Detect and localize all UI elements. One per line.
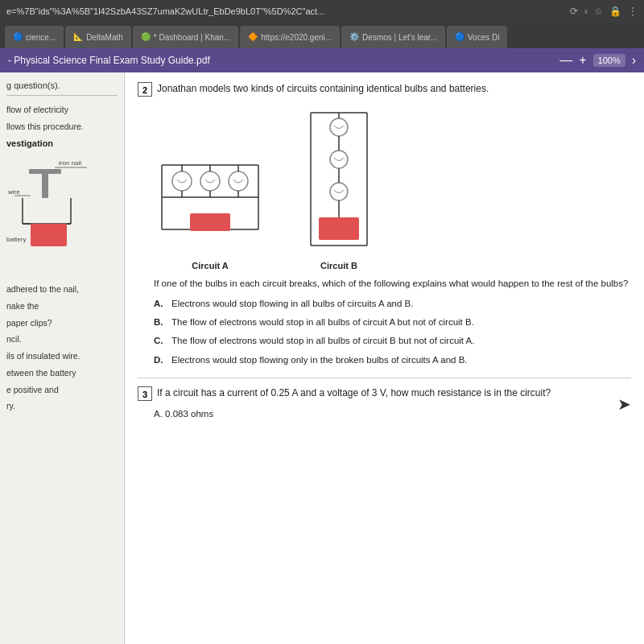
question-2-text: Jonathan models two kinds of circuits co… bbox=[157, 82, 631, 96]
pdf-toolbar: - Physical Science Final Exam Study Guid… bbox=[0, 48, 644, 72]
sidebar-bottom-2: nake the bbox=[6, 300, 118, 312]
circuit-a-diagram: Circuit A bbox=[154, 141, 266, 270]
sidebar-bottom-4: ncil. bbox=[6, 333, 118, 345]
answer-choice-d: D. Electrons would stop flowing only in … bbox=[154, 353, 631, 366]
circuit-b-svg bbox=[299, 105, 379, 258]
pdf-title: - Physical Science Final Exam Study Guid… bbox=[8, 55, 210, 66]
answer-text-c: The flow of electrons would stop in all … bbox=[171, 334, 475, 347]
svg-rect-41 bbox=[319, 217, 359, 240]
url-bar[interactable]: e=%7B"ids"%3A%5B"1l42SzbA43SZ7umaK2wULtr… bbox=[0, 0, 644, 23]
question-2-number: 2 bbox=[138, 82, 152, 97]
star-icon[interactable]: ☆ bbox=[594, 6, 603, 17]
svg-rect-10 bbox=[31, 224, 67, 246]
svg-rect-3 bbox=[42, 174, 48, 198]
answer-choices: A. Electrons would stop flowing in all b… bbox=[154, 297, 631, 365]
svg-point-38 bbox=[330, 183, 348, 200]
answer-letter-b: B. bbox=[154, 316, 171, 328]
sidebar-bottom-3: paper clips? bbox=[6, 317, 118, 329]
question-2-row: 2 Jonathan models two kinds of circuits … bbox=[138, 82, 631, 97]
url-text: e=%7B"ids"%3A%5B"1l42SzbA43SZ7umaK2wULtr… bbox=[6, 6, 565, 16]
sidebar-bottom-8: ry. bbox=[6, 400, 118, 412]
sidebar-bottom-7: e positive and bbox=[6, 384, 118, 396]
svg-point-21 bbox=[200, 171, 220, 191]
answer-letter-d: D. bbox=[154, 353, 171, 366]
answer-letter-a: A. bbox=[154, 297, 171, 310]
sidebar-follows-text: llows this procedure. bbox=[6, 121, 118, 133]
tab-desmos[interactable]: ⚙️ Desmos | Let's lear... bbox=[341, 26, 445, 48]
sidebar-investigation-heading: vestigation bbox=[6, 138, 118, 148]
tab-science[interactable]: 🔵 cience... bbox=[5, 26, 64, 48]
question-3-text: If a circuit has a current of 0.25 A and… bbox=[157, 386, 631, 400]
circuit-b-diagram: Circuit B bbox=[299, 105, 379, 270]
menu-icon[interactable]: ⋮ bbox=[628, 6, 638, 17]
circuit-a-label: Circuit A bbox=[192, 261, 228, 270]
tab-science-icon: 🔵 bbox=[13, 32, 23, 42]
sidebar-diagram: iron nail wire battery bbox=[6, 151, 111, 280]
svg-point-35 bbox=[330, 151, 348, 168]
question-3-number: 3 bbox=[138, 386, 152, 401]
sidebar-bottom-1: adhered to the nail, bbox=[6, 283, 118, 295]
lock-icon: 🔒 bbox=[609, 6, 621, 17]
circuit-b-label: Circuit B bbox=[320, 261, 357, 270]
circuits-container: Circuit A bbox=[154, 105, 631, 270]
tab-khan-label: * Dashboard | Khan... bbox=[154, 33, 230, 42]
sidebar-bottom-6: etween the battery bbox=[6, 367, 118, 379]
tab-desmos-label: Desmos | Let's lear... bbox=[362, 33, 437, 42]
tab-e2020-label: https://e2020.geni... bbox=[261, 33, 332, 42]
back-icon[interactable]: ‹ bbox=[584, 6, 588, 17]
tab-e2020-icon: 🔶 bbox=[248, 32, 258, 42]
answer-choice-b: B. The flow of electrons would stop in a… bbox=[154, 316, 631, 328]
main-content: g question(s). flow of electricity llows… bbox=[0, 72, 644, 644]
right-panel: 2 Jonathan models two kinds of circuits … bbox=[125, 72, 644, 644]
tab-voces[interactable]: 🔵 Voces Di bbox=[447, 26, 507, 48]
zoom-plus-button[interactable]: + bbox=[579, 53, 586, 68]
tab-khan-icon: 🟢 bbox=[141, 32, 151, 42]
left-sidebar: g question(s). flow of electricity llows… bbox=[0, 72, 125, 644]
tab-deltamath-icon: 📐 bbox=[73, 32, 83, 42]
answer-choice-a: A. Electrons would stop flowing in all b… bbox=[154, 297, 631, 310]
circuit-a-svg bbox=[154, 141, 266, 258]
answer-text-b: The flow of electrons would stop in all … bbox=[171, 316, 474, 328]
browser-icons: ⟳ ‹ ☆ 🔒 ⋮ bbox=[570, 6, 638, 17]
answer-3-choice-a: A. 0.083 ohms bbox=[154, 407, 631, 420]
svg-point-24 bbox=[229, 171, 248, 191]
tab-deltamath-label: DeltaMath bbox=[86, 33, 123, 42]
sidebar-question-hint: g question(s). bbox=[6, 80, 118, 96]
tab-deltamath[interactable]: 📐 DeltaMath bbox=[65, 26, 131, 48]
tab-voces-icon: 🔵 bbox=[455, 32, 464, 42]
answer-text-a: Electrons would stop flowing in all bulb… bbox=[171, 297, 413, 310]
refresh-icon[interactable]: ⟳ bbox=[570, 6, 578, 17]
tabs-bar: 🔵 cience... 📐 DeltaMath 🟢 * Dashboard | … bbox=[0, 23, 644, 48]
question-3-block: 3 If a circuit has a current of 0.25 A a… bbox=[138, 378, 631, 420]
tab-voces-label: Voces Di bbox=[468, 33, 499, 42]
svg-rect-2 bbox=[29, 169, 61, 174]
pdf-controls: — + 100% › bbox=[559, 53, 636, 68]
answer-choice-c: C. The flow of electrons would stop in a… bbox=[154, 334, 631, 347]
question-2-block: 2 Jonathan models two kinds of circuits … bbox=[138, 82, 631, 366]
if-question-text: If one of the bulbs in each circuit brea… bbox=[154, 277, 631, 291]
svg-rect-27 bbox=[190, 213, 230, 231]
svg-text:wire: wire bbox=[7, 188, 20, 196]
nav-arrow-icon[interactable]: › bbox=[632, 53, 636, 68]
tab-science-label: cience... bbox=[26, 33, 56, 42]
tab-e2020[interactable]: 🔶 https://e2020.geni... bbox=[240, 26, 340, 48]
answer-letter-c: C. bbox=[154, 334, 171, 347]
question-3-row: 3 If a circuit has a current of 0.25 A a… bbox=[138, 386, 631, 401]
tab-khan[interactable]: 🟢 * Dashboard | Khan... bbox=[133, 26, 238, 48]
sidebar-circuit-svg: iron nail wire battery bbox=[6, 151, 111, 276]
tab-desmos-icon: ⚙️ bbox=[349, 32, 359, 42]
zoom-display: 100% bbox=[593, 54, 625, 67]
svg-point-32 bbox=[330, 118, 348, 136]
svg-point-18 bbox=[172, 171, 192, 191]
sidebar-bottom-5: ils of insulated wire. bbox=[6, 350, 118, 362]
zoom-minus-button[interactable]: — bbox=[559, 53, 572, 68]
question-3-choices: A. 0.083 ohms bbox=[154, 407, 631, 420]
answer-3-text-a: A. 0.083 ohms bbox=[154, 407, 213, 420]
svg-text:battery: battery bbox=[6, 236, 26, 243]
answer-text-d: Electrons would stop flowing only in the… bbox=[171, 353, 468, 366]
sidebar-flow-text: flow of electricity bbox=[6, 104, 118, 116]
svg-text:iron nail: iron nail bbox=[59, 159, 81, 167]
